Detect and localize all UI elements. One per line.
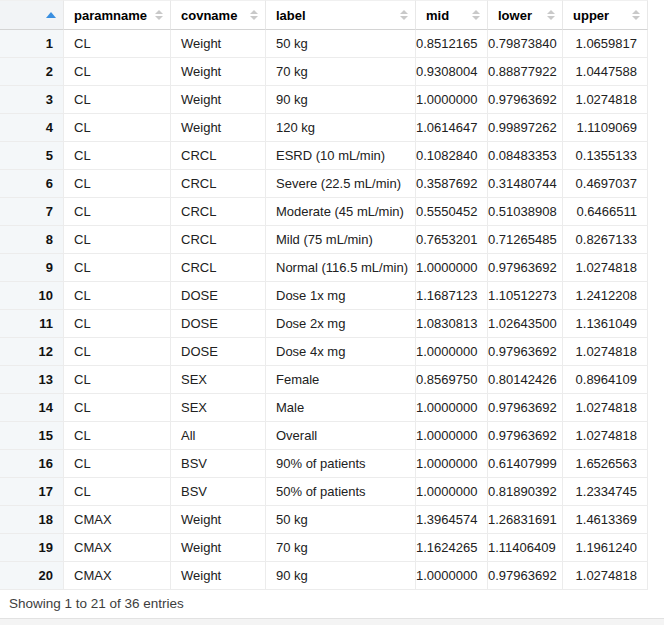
cell-mid: 0.8569750 [415, 366, 487, 394]
row-number: 3 [0, 86, 63, 114]
row-number: 13 [0, 366, 63, 394]
column-header-lower[interactable]: lower [487, 0, 562, 30]
datatable-container: paramname covname label mid [0, 0, 664, 625]
cell-upper: 0.4697037 [562, 170, 648, 198]
cell-covname: DOSE [170, 282, 265, 310]
cell-covname: Weight [170, 86, 265, 114]
cell-lower: 0.81890392 [487, 478, 562, 506]
column-header-label: label [276, 8, 306, 23]
cell-lower: 0.61407999 [487, 450, 562, 478]
table-row: 8 CL CRCL Mild (75 mL/min) 0.7653201 0.7… [0, 226, 648, 254]
row-number: 7 [0, 198, 63, 226]
column-header-rownames[interactable] [0, 0, 63, 30]
table-row: 16 CL BSV 90% of patients 1.0000000 0.61… [0, 450, 648, 478]
column-header-label: covname [181, 8, 237, 23]
cell-paramname: CL [63, 254, 170, 282]
cell-mid: 1.0000000 [415, 86, 487, 114]
cell-upper: 1.4613369 [562, 506, 648, 534]
cell-paramname: CL [63, 30, 170, 58]
cell-lower: 0.80142426 [487, 366, 562, 394]
cell-upper: 1.1961240 [562, 534, 648, 562]
cell-lower: 0.88877922 [487, 58, 562, 86]
cell-upper: 1.0447588 [562, 58, 648, 86]
row-number: 11 [0, 310, 63, 338]
column-header-upper[interactable]: upper [562, 0, 648, 30]
cell-covname: Weight [170, 58, 265, 86]
cell-lower: 1.11406409 [487, 534, 562, 562]
column-header-mid[interactable]: mid [415, 0, 487, 30]
table-row: 13 CL SEX Female 0.8569750 0.80142426 0.… [0, 366, 648, 394]
row-number: 2 [0, 58, 63, 86]
cell-label: Normal (116.5 mL/min) [265, 254, 415, 282]
row-number: 8 [0, 226, 63, 254]
row-number: 10 [0, 282, 63, 310]
row-number: 20 [0, 562, 63, 590]
cell-mid: 1.0830813 [415, 310, 487, 338]
cell-upper: 1.0274818 [562, 254, 648, 282]
cell-paramname: CL [63, 114, 170, 142]
row-number: 12 [0, 338, 63, 366]
cell-paramname: CMAX [63, 506, 170, 534]
cell-mid: 1.0000000 [415, 394, 487, 422]
sort-both-icon [250, 10, 258, 20]
cell-upper: 0.1355133 [562, 142, 648, 170]
cell-paramname: CL [63, 366, 170, 394]
cell-lower: 0.97963692 [487, 562, 562, 590]
cell-lower: 0.08483353 [487, 142, 562, 170]
cell-covname: CRCL [170, 142, 265, 170]
sort-ascending-icon [46, 12, 56, 18]
cell-label: 70 kg [265, 534, 415, 562]
cell-lower: 0.97963692 [487, 254, 562, 282]
cell-lower: 0.97963692 [487, 422, 562, 450]
cell-upper: 1.0659817 [562, 30, 648, 58]
column-header-label: mid [426, 8, 449, 23]
cell-lower: 0.97963692 [487, 338, 562, 366]
sort-both-icon [400, 10, 408, 20]
cell-label: 90 kg [265, 562, 415, 590]
cell-mid: 1.0000000 [415, 338, 487, 366]
cell-label: Male [265, 394, 415, 422]
cell-mid: 1.0614647 [415, 114, 487, 142]
cell-label: Dose 2x mg [265, 310, 415, 338]
cell-mid: 1.0000000 [415, 562, 487, 590]
cell-upper: 0.6466511 [562, 198, 648, 226]
cell-lower: 0.99897262 [487, 114, 562, 142]
table-row: 10 CL DOSE Dose 1x mg 1.1687123 1.105122… [0, 282, 648, 310]
column-header-label-col[interactable]: label [265, 0, 415, 30]
cell-mid: 1.3964574 [415, 506, 487, 534]
cell-paramname: CL [63, 86, 170, 114]
table-row: 3 CL Weight 90 kg 1.0000000 0.97963692 1… [0, 86, 648, 114]
cell-lower: 0.71265485 [487, 226, 562, 254]
cell-lower: 0.79873840 [487, 30, 562, 58]
cell-upper: 1.6526563 [562, 450, 648, 478]
cell-mid: 1.0000000 [415, 450, 487, 478]
cell-paramname: CL [63, 422, 170, 450]
row-number: 14 [0, 394, 63, 422]
scrollbar-gutter [648, 0, 664, 590]
cell-paramname: CL [63, 282, 170, 310]
cell-paramname: CL [63, 58, 170, 86]
row-number: 17 [0, 478, 63, 506]
column-header-paramname[interactable]: paramname [63, 0, 170, 30]
column-header-label: upper [573, 8, 609, 23]
cell-lower: 0.97963692 [487, 394, 562, 422]
cell-covname: CRCL [170, 170, 265, 198]
cell-covname: DOSE [170, 310, 265, 338]
table-row: 6 CL CRCL Severe (22.5 mL/min) 0.3587692… [0, 170, 648, 198]
cell-paramname: CL [63, 198, 170, 226]
cell-paramname: CL [63, 394, 170, 422]
row-number: 1 [0, 30, 63, 58]
cell-lower: 1.26831691 [487, 506, 562, 534]
table-row: 17 CL BSV 50% of patients 1.0000000 0.81… [0, 478, 648, 506]
table-row: 15 CL All Overall 1.0000000 0.97963692 1… [0, 422, 648, 450]
table-row: 12 CL DOSE Dose 4x mg 1.0000000 0.979636… [0, 338, 648, 366]
cell-covname: Weight [170, 562, 265, 590]
cell-upper: 1.2334745 [562, 478, 648, 506]
bottom-divider [0, 618, 664, 625]
table-row: 1 CL Weight 50 kg 0.8512165 0.79873840 1… [0, 30, 648, 58]
cell-mid: 1.0000000 [415, 478, 487, 506]
table-row: 19 CMAX Weight 70 kg 1.1624265 1.1140640… [0, 534, 648, 562]
cell-paramname: CL [63, 338, 170, 366]
column-header-covname[interactable]: covname [170, 0, 265, 30]
cell-mid: 1.1624265 [415, 534, 487, 562]
